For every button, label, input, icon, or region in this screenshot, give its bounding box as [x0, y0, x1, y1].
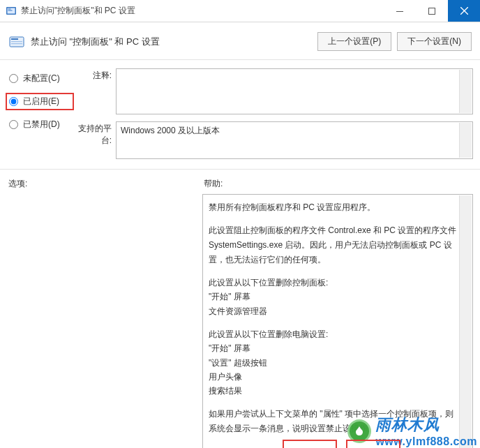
help-p4e: 搜索结果: [209, 384, 457, 398]
previous-setting-button[interactable]: 上一个设置(P): [317, 32, 391, 51]
next-label: 下一个设置(N): [407, 36, 461, 46]
radio-disabled[interactable]: 已禁用(D): [7, 117, 73, 132]
help-p3a: 此设置从以下位置删除控制面板:: [209, 276, 457, 290]
title-bar: 禁止访问"控制面板"和 PC 设置: [0, 0, 480, 22]
radio-disabled-label: 已禁用(D): [23, 119, 60, 130]
help-p1: 禁用所有控制面板程序和 PC 设置应用程序。: [209, 200, 457, 215]
window-title: 禁止访问"控制面板"和 PC 设置: [21, 5, 384, 17]
svg-rect-2: [8, 8, 11, 9]
state-radio-group: 未配置(C) 已启用(E) 已禁用(D): [7, 68, 73, 166]
help-p2: 此设置阻止控制面板的程序文件 Control.exe 和 PC 设置的程序文件 …: [209, 223, 457, 267]
watermark-main: 雨林木风: [375, 415, 477, 435]
radio-enabled[interactable]: 已启用(E): [6, 93, 74, 110]
right-fields: 注释: 支持的平台: Windows 2000 及以上版本: [73, 68, 473, 166]
svg-rect-9: [11, 38, 18, 40]
platform-label: 支持的平台:: [73, 121, 116, 159]
svg-rect-4: [396, 11, 403, 12]
nav-buttons: 上一个设置(P) 下一个设置(N): [317, 32, 472, 51]
help-p3c: 文件资源管理器: [209, 304, 457, 319]
help-p3b: "开始" 屏幕: [209, 290, 457, 304]
radio-disabled-input[interactable]: [9, 120, 18, 129]
app-icon: [6, 6, 17, 17]
radio-not-configured[interactable]: 未配置(C): [7, 71, 73, 86]
close-button[interactable]: [448, 0, 480, 22]
svg-rect-11: [11, 43, 22, 44]
highlight-box-1: [283, 440, 337, 448]
lower-panel: 选项: 帮助: 禁用所有控制面板程序和 PC 设置应用程序。 此设置阻止控制面板…: [0, 177, 480, 448]
help-p4b: "开始" 屏幕: [209, 341, 457, 355]
header-row: 禁止访问 "控制面板" 和 PC 设置 上一个设置(P) 下一个设置(N): [0, 22, 480, 57]
maximize-button[interactable]: [416, 0, 448, 22]
svg-rect-5: [429, 8, 435, 14]
help-p4a: 此设置从以下位置删除电脑设置:: [209, 327, 457, 341]
page-title: 禁止访问 "控制面板" 和 PC 设置: [31, 36, 317, 48]
radio-not-configured-input[interactable]: [9, 74, 18, 83]
supported-platform-box: Windows 2000 及以上版本: [116, 121, 473, 159]
options-pane: 选项:: [7, 178, 202, 448]
help-label: 帮助:: [202, 178, 473, 194]
window-controls: [384, 0, 480, 22]
help-text-box[interactable]: 禁用所有控制面板程序和 PC 设置应用程序。 此设置阻止控制面板的程序文件 Co…: [202, 194, 473, 448]
help-p4c: "设置" 超级按钮: [209, 356, 457, 370]
highlight-box-2: [346, 440, 400, 448]
help-p4d: 用户头像: [209, 370, 457, 384]
divider-2: [0, 169, 480, 170]
minimize-button[interactable]: [384, 0, 416, 22]
comment-label: 注释:: [73, 68, 116, 114]
comment-textarea[interactable]: [116, 68, 473, 114]
svg-rect-3: [8, 10, 13, 10]
next-setting-button[interactable]: 下一个设置(N): [397, 32, 472, 51]
options-label: 选项:: [7, 178, 202, 194]
radio-enabled-label: 已启用(E): [23, 96, 59, 107]
upper-panel: 未配置(C) 已启用(E) 已禁用(D) 注释: 支持的平台: Windows …: [0, 67, 480, 166]
svg-rect-10: [11, 41, 22, 42]
divider: [0, 59, 480, 60]
policy-icon: [8, 35, 25, 49]
prev-label: 上一个设置(P): [328, 36, 381, 46]
radio-not-configured-label: 未配置(C): [23, 73, 60, 84]
help-pane: 帮助: 禁用所有控制面板程序和 PC 设置应用程序。 此设置阻止控制面板的程序文…: [202, 178, 473, 448]
radio-enabled-input[interactable]: [9, 97, 18, 106]
platform-text: Windows 2000 及以上版本: [121, 126, 220, 135]
